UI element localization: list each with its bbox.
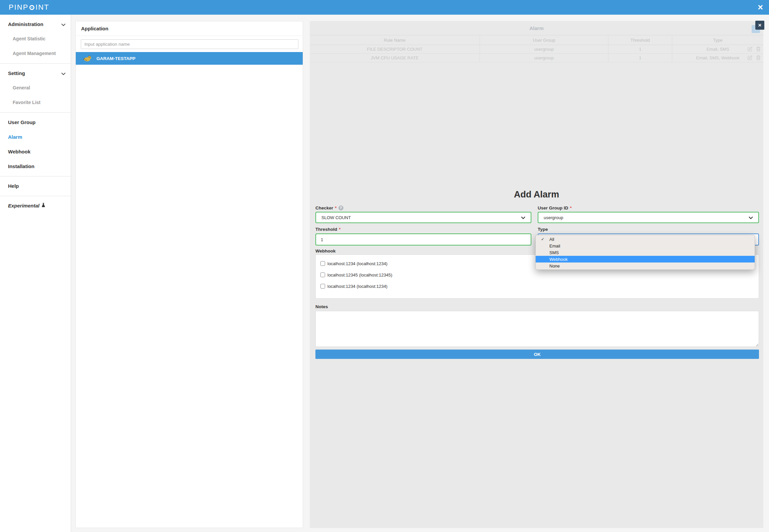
chevron-down-icon xyxy=(61,70,65,76)
logo-text-left: PINP xyxy=(9,3,28,12)
type-dropdown-list: ✓ All Email SMS Webhook None xyxy=(535,235,755,270)
logo-text-right: INT xyxy=(35,3,49,12)
sidebar-item-agent-management[interactable]: Agent Management xyxy=(0,46,71,61)
delete-icon xyxy=(756,55,761,61)
notes-label: Notes xyxy=(315,304,328,310)
sidebar-section-help: Help xyxy=(0,176,71,196)
app-header: PINP INT × xyxy=(0,0,769,15)
column-rule-name: Rule Name xyxy=(310,35,480,45)
sidebar-section-setting: Setting General Favorite List xyxy=(0,64,71,113)
cell-user-group: usergroup xyxy=(480,45,608,54)
webhook-option-label: localhost:1234 (localhost:1234) xyxy=(327,261,388,266)
alarm-panel: + × Alarm Rule Name User Group Threshold… xyxy=(310,21,763,528)
sidebar-section-administration: Administration Agent Statistic Agent Man… xyxy=(0,15,71,64)
dropdown-option-all[interactable]: ✓ All xyxy=(536,236,755,242)
sidebar-item-favorite-list[interactable]: Favorite List xyxy=(0,95,71,110)
tomcat-icon xyxy=(83,55,92,62)
logo-circle-icon xyxy=(29,5,34,10)
user-group-select[interactable]: usergroup xyxy=(538,212,759,223)
option-label: All xyxy=(549,237,554,242)
dropdown-option-webhook[interactable]: Webhook xyxy=(536,256,755,262)
experimental-label: Experimental xyxy=(8,203,39,208)
delete-icon xyxy=(756,46,761,53)
sidebar-item-experimental[interactable]: Experimental xyxy=(0,198,71,213)
required-asterisk: * xyxy=(335,205,336,210)
cell-user-group: usergroup xyxy=(480,54,608,62)
webhook-option-row[interactable]: localhost:12345 (localhost:12345) xyxy=(320,272,754,278)
webhook-option-row[interactable]: localhost:1234 (localhost:1234) xyxy=(320,283,754,290)
sidebar: Administration Agent Statistic Agent Man… xyxy=(0,15,71,532)
cell-threshold: 1 xyxy=(608,45,672,54)
threshold-label-text: Threshold xyxy=(315,227,337,232)
required-asterisk: * xyxy=(570,205,572,210)
edit-icon xyxy=(747,55,753,61)
sidebar-item-alarm[interactable]: Alarm xyxy=(0,129,71,144)
user-group-id-label-text: User Group ID xyxy=(538,205,568,210)
close-icon[interactable]: × xyxy=(758,1,763,13)
chevron-down-icon xyxy=(521,215,525,220)
alarm-table: Rule Name User Group Threshold Type FILE… xyxy=(310,35,763,62)
checker-label: Checker * ? xyxy=(315,205,343,211)
webhook-checkbox[interactable] xyxy=(320,284,325,289)
threshold-input[interactable] xyxy=(315,233,531,245)
checker-select[interactable]: SLOW COUNT xyxy=(315,212,531,223)
cell-rule-name: FILE DESCRIPTOR COUNT xyxy=(310,45,480,54)
column-user-group: User Group xyxy=(480,35,608,45)
cell-type: Email, SMS, Webhook xyxy=(672,54,763,62)
dropdown-option-none[interactable]: None xyxy=(536,262,755,269)
application-name: GARAM-TESTAPP xyxy=(96,56,136,61)
help-icon[interactable]: ? xyxy=(338,205,343,210)
type-label: Type xyxy=(538,226,548,232)
alarm-panel-title: Alarm xyxy=(310,21,763,35)
application-list-item-selected[interactable]: GARAM-TESTAPP xyxy=(76,52,303,65)
sidebar-item-help[interactable]: Help xyxy=(0,178,71,193)
table-row: FILE DESCRIPTOR COUNT usergroup 1 Email,… xyxy=(310,45,763,54)
flask-icon xyxy=(41,203,45,208)
column-threshold: Threshold xyxy=(608,35,672,45)
panel-close-icon[interactable]: × xyxy=(755,21,764,30)
check-icon: ✓ xyxy=(541,237,544,241)
application-search xyxy=(81,39,298,49)
alarm-table-header-row: Rule Name User Group Threshold Type xyxy=(310,35,763,45)
cell-threshold: 1 xyxy=(608,54,672,62)
sidebar-item-setting[interactable]: Setting xyxy=(0,66,71,80)
checker-value: SLOW COUNT xyxy=(321,215,351,220)
webhook-label-text: Webhook xyxy=(315,248,336,253)
application-panel: Application GARAM-TESTAPP xyxy=(75,21,303,528)
application-search-input[interactable] xyxy=(81,39,298,49)
sidebar-item-installation[interactable]: Installation xyxy=(0,159,71,173)
cell-rule-name: JVM CPU USAGE RATE xyxy=(310,54,480,62)
setting-label: Setting xyxy=(8,70,25,76)
table-row: JVM CPU USAGE RATE usergroup 1 Email, SM… xyxy=(310,54,763,62)
webhook-checkbox[interactable] xyxy=(320,273,325,277)
dropdown-option-sms[interactable]: SMS xyxy=(536,249,755,256)
administration-label: Administration xyxy=(8,21,43,27)
option-label: Email xyxy=(549,243,560,248)
sidebar-item-administration[interactable]: Administration xyxy=(0,17,71,31)
chevron-down-icon xyxy=(749,215,753,220)
application-panel-title: Application xyxy=(76,21,303,36)
option-label: None xyxy=(549,263,560,269)
notes-label-text: Notes xyxy=(315,304,328,309)
option-label: Webhook xyxy=(549,257,568,262)
threshold-label: Threshold * xyxy=(315,226,341,232)
user-group-value: usergroup xyxy=(544,215,563,220)
type-label-text: Type xyxy=(538,227,548,232)
webhook-option-label: localhost:1234 (localhost:1234) xyxy=(327,284,388,289)
sidebar-item-general[interactable]: General xyxy=(0,80,71,95)
webhook-option-label: localhost:12345 (localhost:12345) xyxy=(327,273,392,278)
type-value: Email, SMS xyxy=(707,47,729,52)
notes-textarea[interactable] xyxy=(315,311,759,347)
sidebar-item-webhook[interactable]: Webhook xyxy=(0,144,71,159)
required-asterisk: * xyxy=(339,227,340,232)
user-group-id-label: User Group ID * xyxy=(538,205,572,211)
ok-button[interactable]: OK xyxy=(315,350,759,359)
option-label: SMS xyxy=(549,250,559,255)
sidebar-item-agent-statistic[interactable]: Agent Statistic xyxy=(0,31,71,46)
dropdown-option-email[interactable]: Email xyxy=(536,242,755,249)
type-value: Email, SMS, Webhook xyxy=(696,55,740,60)
chevron-down-icon xyxy=(61,21,65,27)
sidebar-item-user-group[interactable]: User Group xyxy=(0,115,71,129)
webhook-checkbox[interactable] xyxy=(320,261,325,266)
pinpoint-logo: PINP INT xyxy=(9,3,49,12)
